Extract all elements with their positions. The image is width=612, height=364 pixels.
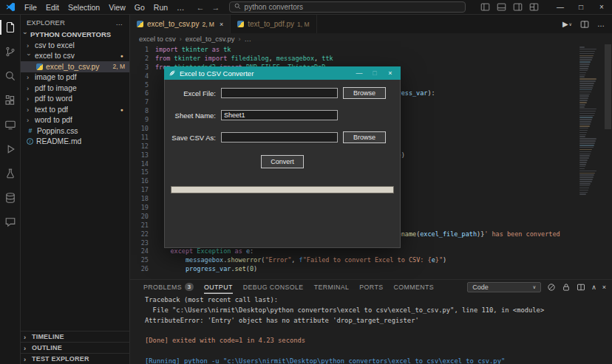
folder-word-to-pdf[interactable]: ›word to pdf	[21, 115, 129, 126]
item-label: excel to csv	[35, 52, 75, 60]
extensions-icon[interactable]	[1, 92, 19, 109]
line-number: 17	[130, 186, 155, 195]
split-panel-icon[interactable]	[577, 283, 585, 292]
convert-button[interactable]: Convert	[261, 155, 304, 168]
file-poppins-css[interactable]: #Poppins.css	[21, 126, 129, 137]
editor-tab[interactable]: excel_to_csv.py2, M×	[130, 15, 231, 33]
output-content[interactable]: Traceback (most recent call last): File …	[130, 294, 612, 364]
panel-tab-label: OUTPUT	[204, 284, 233, 291]
menu-item-selection[interactable]: Selection	[64, 3, 104, 12]
close-tab-icon[interactable]: ×	[220, 21, 223, 28]
panel-tab-label: COMMENTS	[393, 284, 434, 291]
panel-tab-output[interactable]: OUTPUT	[204, 280, 233, 294]
panel-tabs: PROBLEMS3OUTPUTDEBUG CONSOLETERMINALPORT…	[143, 280, 434, 294]
testing-icon[interactable]	[1, 165, 19, 182]
menu-item-go[interactable]: Go	[130, 3, 149, 12]
nav-back-icon[interactable]: ←	[197, 3, 205, 12]
file-readme-md[interactable]: iREADME.md	[21, 137, 129, 148]
panel-tab-problems[interactable]: PROBLEMS3	[143, 280, 194, 294]
section-test-explorer[interactable]: ›TEST EXPLORER	[21, 353, 129, 364]
more-actions-icon[interactable]: …	[597, 20, 605, 28]
editor-scrollbar[interactable]	[604, 44, 612, 279]
item-label: pdf to word	[35, 95, 72, 103]
workspace-section-header[interactable]: › PYTHON CONVERTORS	[21, 28, 129, 40]
chevron-icon: ›	[24, 333, 30, 341]
explorer-title: EXPLORER	[27, 18, 65, 27]
browse-button[interactable]: Browse	[343, 87, 386, 99]
output-channel-label: Code	[472, 284, 489, 291]
search-icon[interactable]	[1, 67, 19, 85]
panel-tab-comments[interactable]: COMMENTS	[393, 280, 434, 294]
breadcrumb-item[interactable]: excel_to_csv.py	[186, 35, 235, 43]
menu-item-view[interactable]: View	[104, 3, 130, 12]
breadcrumb-item[interactable]: excel to csv	[139, 35, 176, 43]
section-outline[interactable]: ›OUTLINE	[21, 342, 129, 353]
dialog-maximize-button[interactable]: □	[369, 69, 381, 77]
folder-pdf-to-image[interactable]: ›pdf to image	[21, 83, 129, 94]
panel-tab-ports[interactable]: PORTS	[359, 280, 383, 294]
explorer-icon[interactable]	[1, 18, 19, 36]
toggle-secondary-sidebar-icon[interactable]	[513, 2, 523, 12]
menu-item-edit[interactable]: Edit	[41, 3, 64, 12]
scrollbar-thumb[interactable]	[605, 44, 611, 129]
browse-button[interactable]: Browse	[343, 131, 386, 143]
toggle-panel-icon[interactable]	[497, 2, 506, 12]
minimap-line	[579, 166, 585, 168]
minimap-line	[579, 63, 590, 65]
command-center[interactable]: python convertors	[229, 1, 466, 13]
excel-file-input[interactable]	[221, 88, 338, 98]
line-number: 4	[130, 72, 155, 81]
css-file-icon: #	[27, 127, 34, 134]
dialog-close-button[interactable]: ×	[384, 69, 396, 77]
clear-output-icon[interactable]	[547, 283, 556, 292]
menu-item-run[interactable]: Run	[149, 3, 172, 12]
run-debug-icon[interactable]	[1, 140, 19, 158]
maximize-panel-icon[interactable]: ∧	[591, 283, 596, 292]
minimap-line	[579, 51, 595, 52]
activity-bar	[0, 15, 21, 364]
maximize-button[interactable]: □	[571, 0, 591, 15]
item-label: Poppins.css	[37, 127, 78, 135]
code-line: 2from tkinter import filedialog, message…	[130, 55, 579, 63]
editor-tab[interactable]: text_to_pdf.py1, M	[231, 15, 316, 33]
file-excel-to-csv-py[interactable]: excel_to_csv.py2, M	[21, 61, 129, 72]
minimap[interactable]	[579, 44, 604, 279]
explorer-more-actions-icon[interactable]: …	[116, 18, 124, 27]
nav-forward-icon[interactable]: →	[212, 3, 220, 12]
chat-icon[interactable]	[1, 213, 19, 231]
folder-text-to-pdf[interactable]: ›text to pdf●	[21, 104, 129, 115]
minimize-button[interactable]: —	[550, 0, 571, 15]
explorer-sidebar: EXPLORER … › PYTHON CONVERTORS ›csv to e…	[21, 15, 130, 364]
remote-icon[interactable]	[1, 116, 19, 134]
minimap-line	[579, 162, 587, 163]
line-number: 5	[130, 81, 155, 90]
breadcrumb: excel to csv›excel_to_csv.py›…	[130, 33, 612, 44]
line-number: 24	[130, 247, 155, 256]
sheet-name-input[interactable]	[221, 110, 338, 120]
folder-csv-to-excel[interactable]: ›csv to excel	[21, 40, 129, 51]
chevron-icon: ›	[24, 355, 30, 363]
folder-pdf-to-word[interactable]: ›pdf to word	[21, 94, 129, 105]
editor-actions: ▶∨ …	[562, 15, 612, 33]
menu-item-more[interactable]: …	[172, 3, 189, 12]
panel-tab-terminal[interactable]: TERMINAL	[314, 280, 350, 294]
breadcrumb-item[interactable]: …	[245, 35, 252, 43]
source-control-icon[interactable]	[1, 43, 19, 61]
run-button[interactable]: ▶∨	[562, 20, 572, 28]
menu-item-file[interactable]: File	[20, 3, 41, 12]
panel-tab-debug-console[interactable]: DEBUG CONSOLE	[243, 280, 304, 294]
split-editor-icon[interactable]	[580, 20, 589, 29]
toggle-sidebar-icon[interactable]	[480, 2, 490, 12]
close-button[interactable]: ×	[591, 0, 612, 15]
close-panel-icon[interactable]: ×	[602, 283, 606, 292]
folder-excel-to-csv[interactable]: ›excel to csv●	[21, 51, 129, 62]
dialog-title-bar[interactable]: Excel to CSV Converter — □ ×	[164, 66, 401, 80]
output-channel-select[interactable]: Code ∨	[467, 282, 541, 292]
folder-image-to-pdf[interactable]: ›image to pdf	[21, 72, 129, 83]
dialog-minimize-button[interactable]: —	[353, 69, 365, 77]
customize-layout-icon[interactable]	[529, 2, 539, 12]
section-timeline[interactable]: ›TIMELINE	[21, 331, 129, 342]
lock-scroll-icon[interactable]	[562, 283, 571, 292]
save-csv-input[interactable]	[221, 132, 338, 142]
database-icon[interactable]	[1, 189, 19, 207]
